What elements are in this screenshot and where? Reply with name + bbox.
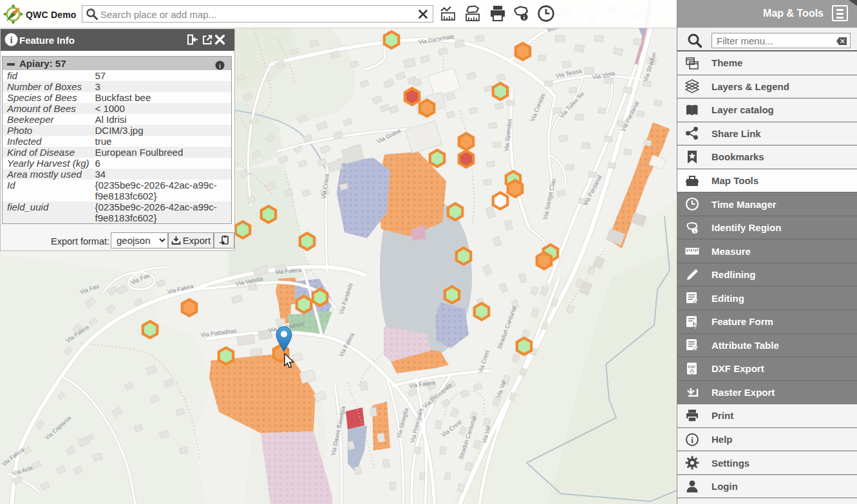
- svg-text:i: i: [691, 435, 693, 445]
- svg-text:DXF: DXF: [688, 365, 696, 369]
- svg-text:i: i: [219, 62, 221, 70]
- svg-text:i: i: [694, 228, 695, 234]
- svg-text:i: i: [10, 35, 12, 45]
